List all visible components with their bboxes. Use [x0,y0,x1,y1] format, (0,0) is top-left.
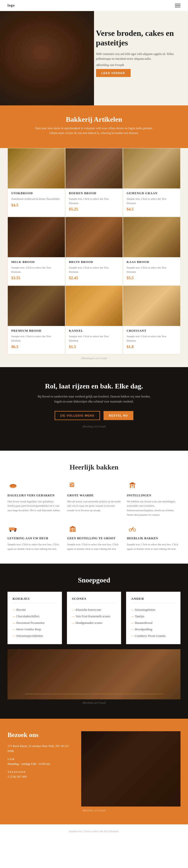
feature-item: Dagelijks vers gebakken Ons brood wordt … [7,480,61,517]
sweets-image-caption: Afbeelding van Freepik [7,700,181,706]
product-image [8,217,65,257]
sweets-column-heading: scones [72,597,116,603]
product-name: MELK BROOD [11,260,62,264]
features-title: Heerlijk bakken [7,463,181,471]
sweets-item: Broodpudding [131,626,176,632]
logo: logo [7,3,15,7]
product-card[interactable]: PREMIUM BROOD Sample text. Click to sele… [7,285,65,354]
product-desc: Sample text. Click to select the Text El… [69,334,119,343]
svg-rect-10 [133,485,134,486]
feature-title: Heerlijk bakken [127,536,181,540]
svg-marker-17 [70,526,76,527]
product-name: KAAS BROOD [126,260,177,264]
product-price: $6.5 [11,345,62,349]
product-desc: Sample text. Click to select the Text El… [126,334,177,343]
product-price: $1.5 [69,345,119,349]
visit-image [81,731,181,807]
sweets-item: Taartjes [131,613,176,620]
product-image [123,217,180,257]
feature-item: Grote waarde Met de meest concurrerende … [67,480,121,517]
product-price: $5.25 [69,207,119,212]
sweets-item: Havermout Pecannoten [12,620,57,626]
product-price: $2.45 [69,276,119,280]
sweets-title: Snoepgoed [7,576,181,584]
sweets-item: Seizoensgeletten [131,607,176,613]
feature-icon [127,523,138,534]
product-image [123,286,180,326]
visit-title: Bezoek ons [7,731,74,739]
visit-address: 171 Rock Street, 21 Avenue New York, NY … [7,744,74,753]
dark-banner: Rol, laat rijzen en bak. Elke dag. Bij B… [0,367,188,451]
product-image [123,148,180,188]
sweets-column: Koekjes BiscottiChocoladeschilfersHaverm… [7,592,62,644]
svg-rect-12 [9,527,14,530]
full-menu-button[interactable]: ZIE VOLLEDIG MENU [54,411,100,420]
feature-desc: Met de meest concurrerende prijzen op de… [67,499,121,513]
sweets-image [7,649,181,700]
svg-point-15 [14,530,16,532]
product-card[interactable]: CROISSANT Sample text. Click to select t… [123,285,181,354]
product-card[interactable]: KANEEL Sample text. Click to select the … [65,285,123,354]
feature-title: Instellingen [127,494,181,497]
articles-title: Bakkerij Artikelen [7,116,181,123]
product-name: BOEREN BROOD [69,191,119,195]
feature-desc: Ons brood wordt dagelijks vers gebakken,… [7,499,61,513]
svg-point-14 [10,530,11,532]
product-card[interactable]: STOKBROOD Zuurdesem stokbrood in kleine … [7,148,65,217]
sweets-item: Seizoensspecialiteiten [12,632,57,639]
product-desc: Sample text. Click to select the Text El… [69,197,119,205]
site-header: logo [0,0,188,11]
sweets-item: Chocoladeschilfers [12,613,57,620]
feature-item: Levering aan uw deur Sample text. Click … [7,523,61,551]
product-desc: Sample text. Click to select the Text El… [126,197,177,205]
product-price: $1.8 [126,345,177,349]
svg-point-21 [133,529,136,531]
visit-image-caption: Afbeelding van Freepik [7,807,181,812]
visit-section: Bezoek ons 171 Rock Street, 21 Avenue Ne… [0,719,188,824]
feature-desc: Sample text. Click to select the text bo… [67,542,121,551]
order-now-button[interactable]: BESTEL NU [104,411,134,420]
svg-rect-9 [131,485,132,486]
sweets-item: Bananenbrood [131,620,176,626]
product-card[interactable]: MELK BROOD Sample text. Click to select … [7,217,65,285]
svg-marker-11 [129,482,136,484]
sweets-item: Handgemaakte scones [72,620,116,626]
svg-rect-7 [131,486,132,488]
product-image [8,148,65,188]
svg-rect-8 [133,486,134,488]
feature-desc: Sample text. Click to select the text bo… [127,542,181,551]
svg-point-4 [70,483,71,484]
product-desc: Zuurdesem stokbrood in kleine Nawafelden [11,197,62,201]
product-card[interactable]: BRUIN BROOD Sample text. Click to select… [65,217,123,285]
banner-description: Bij Brood en sandwiches staat versheid g… [34,394,154,404]
sweets-column: Ander SeizoensgelettenTaartjesBananenbro… [126,592,181,644]
feature-item: Instellingen We hebben ons brood scala a… [127,480,181,517]
feature-title: Dagelijks vers gebakken [7,494,61,497]
articles-subtitle: Duis aute irure dolor in reprehenderit i… [31,126,157,135]
product-desc: Sample text. Click to select the Text El… [11,266,62,274]
product-desc: Sample text. Click to select the Text El… [69,266,119,274]
menu-button[interactable] [175,4,181,7]
hero-image [0,0,104,105]
articles-section: Bakkerij Artikelen Duis aute irure dolor… [0,105,188,148]
banner-caption: Afbeelding van Freepik [34,425,154,429]
sweets-section: Snoepgoed Koekjes BiscottiChocoladeschil… [0,564,188,719]
site-footer: Sample text. Click to select the Text El… [0,824,188,838]
product-card[interactable]: KAAS BROOD Sample text. Click to select … [123,217,181,285]
sweets-item: Klassieke boterscone [72,607,116,613]
sweets-item: Cranberry Pecan Granola [131,632,176,639]
feature-title: Levering aan uw deur [7,536,61,540]
hero-title: Verse broden, cakes en pasteitjes [96,28,181,48]
product-card[interactable]: GEMENGD GRAAN Sample text. Click to sele… [123,148,181,217]
feature-item: Heerlijk bakken Sample text. Click to se… [127,523,181,551]
visit-hours-label: UUR [7,757,74,761]
product-card[interactable]: BOEREN BROOD Sample text. Click to selec… [65,148,123,217]
feature-icon [7,523,18,534]
product-name: CROISSANT [126,329,177,333]
hero-cta-button[interactable]: LEES VERDER [96,69,130,77]
svg-marker-13 [14,528,16,530]
product-name: BRUIN BROOD [69,260,119,264]
product-image [8,286,65,326]
sweets-item: Haver Gember Reep [12,626,57,632]
product-price: $3.55 [11,276,62,280]
